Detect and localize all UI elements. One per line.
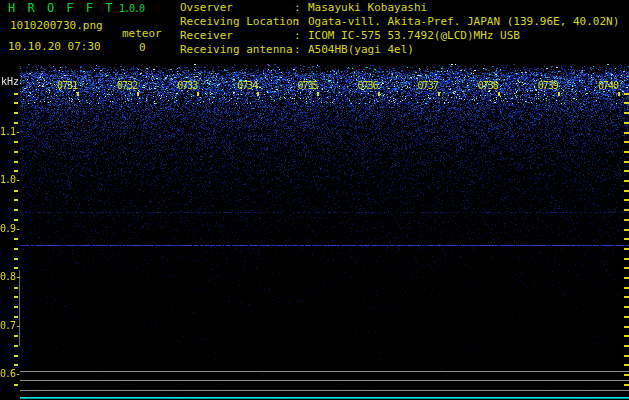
time-tick-label: 0735 <box>297 80 317 92</box>
freq-minor-tick-right <box>624 132 629 134</box>
freq-minor-tick-right <box>624 190 629 192</box>
info-separator: : <box>294 15 302 29</box>
minute-tick <box>257 92 259 96</box>
freq-minor-tick-right <box>624 384 629 386</box>
freq-tick-label: 1.0- <box>0 174 19 186</box>
spectrogram-canvas <box>20 64 629 400</box>
freq-minor-tick-left <box>14 296 18 298</box>
station-info-panel: Ovserver:Masayuki KobayashiReceiving Loc… <box>180 1 619 57</box>
freq-minor-tick-right <box>624 287 629 289</box>
freq-minor-tick-left <box>14 190 18 192</box>
freq-unit-label: kHz <box>1 76 19 87</box>
freq-minor-tick-left <box>14 316 18 318</box>
time-tick-label: 0740 <box>598 80 618 92</box>
time-tick-label: 0737 <box>418 80 438 92</box>
freq-minor-tick-right <box>624 112 629 114</box>
freq-minor-tick-left <box>14 161 18 163</box>
time-tick-label: 0738 <box>478 80 498 92</box>
minute-tick <box>378 92 380 96</box>
freq-minor-tick-left <box>14 335 18 337</box>
freq-minor-tick-left <box>14 355 18 357</box>
freq-minor-tick-left <box>14 267 18 269</box>
freq-minor-tick-left <box>14 141 18 143</box>
minute-tick <box>77 92 79 96</box>
minute-tick <box>618 92 620 96</box>
station-info-row: Ovserver:Masayuki Kobayashi <box>180 1 619 15</box>
time-tick-label: 0736 <box>358 80 378 92</box>
hrofft-window: H R O F F T 1.0.0 1010200730.png meteor … <box>0 0 629 400</box>
mode-label: meteor <box>122 27 162 40</box>
info-label: Receiving antenna <box>180 43 294 57</box>
freq-minor-tick-right <box>624 364 629 366</box>
freq-minor-tick-right <box>624 199 629 201</box>
freq-tick-label: 0.7- <box>0 320 19 332</box>
freq-minor-tick-right <box>624 93 629 95</box>
datetime-label: 10.10.20 07:30 <box>8 40 101 53</box>
minute-tick <box>137 92 139 96</box>
info-value: A504HB(yagi 4el) <box>308 43 414 57</box>
freq-minor-tick-right <box>624 151 629 153</box>
freq-minor-tick-right <box>624 209 629 211</box>
time-tick-label: 0732 <box>117 80 137 92</box>
freq-minor-tick-right <box>624 141 629 143</box>
freq-minor-tick-left <box>14 102 18 104</box>
freq-minor-tick-left <box>14 258 18 260</box>
info-separator: : <box>294 1 302 15</box>
time-tick-label: 0739 <box>538 80 558 92</box>
freq-minor-tick-left <box>14 93 18 95</box>
info-separator: : <box>294 43 302 57</box>
freq-tick-label: 0.8- <box>0 271 19 283</box>
minute-tick <box>498 92 500 96</box>
freq-tick-label: 0.6- <box>0 368 19 380</box>
freq-minor-tick-left <box>14 248 18 250</box>
freq-minor-tick-right <box>624 219 629 221</box>
freq-minor-tick-right <box>624 374 629 376</box>
freq-tick-label: 0.9- <box>0 223 19 235</box>
app-version: 1.0.0 <box>119 3 144 14</box>
freq-minor-tick-left <box>14 384 18 386</box>
info-value: Ogata-vill. Akita-Pref. JAPAN (139.96E, … <box>308 15 619 29</box>
freq-tick-label: 1.1- <box>0 126 19 138</box>
time-tick-label: 0733 <box>177 80 197 92</box>
freq-minor-tick-left <box>14 122 18 124</box>
freq-minor-tick-left <box>14 199 18 201</box>
meteor-count: 0 <box>139 41 146 54</box>
freq-minor-tick-left <box>14 151 18 153</box>
time-tick-label: 0731 <box>57 80 77 92</box>
freq-minor-tick-left <box>14 209 18 211</box>
freq-minor-tick-right <box>624 122 629 124</box>
freq-minor-tick-right <box>624 355 629 357</box>
station-info-row: Receiving Location:Ogata-vill. Akita-Pre… <box>180 15 619 29</box>
info-label: Ovserver <box>180 1 294 15</box>
freq-minor-tick-left <box>14 287 18 289</box>
info-value: ICOM IC-575 53.7492(@LCD)MHz USB <box>308 29 520 43</box>
info-label: Receiver <box>180 29 294 43</box>
freq-minor-tick-right <box>624 238 629 240</box>
station-info-row: Receiving antenna:A504HB(yagi 4el) <box>180 43 619 57</box>
freq-minor-tick-left <box>14 345 18 347</box>
freq-minor-tick-right <box>624 316 629 318</box>
freq-minor-tick-right <box>624 326 629 328</box>
freq-minor-tick-left <box>14 238 18 240</box>
freq-minor-tick-right <box>624 277 629 279</box>
freq-minor-tick-left <box>14 112 18 114</box>
minute-tick <box>558 92 560 96</box>
freq-minor-tick-right <box>624 258 629 260</box>
freq-minor-tick-right <box>624 248 629 250</box>
freq-minor-tick-right <box>624 180 629 182</box>
freq-minor-tick-right <box>624 229 629 231</box>
freq-minor-tick-right <box>624 345 629 347</box>
freq-minor-tick-right <box>624 296 629 298</box>
freq-minor-tick-right <box>624 161 629 163</box>
output-filename: 1010200730.png <box>10 19 103 32</box>
freq-minor-tick-left <box>14 170 18 172</box>
freq-minor-tick-right <box>624 102 629 104</box>
freq-minor-tick-left <box>14 219 18 221</box>
app-title: H R O F F T <box>8 1 115 15</box>
freq-minor-tick-left <box>14 364 18 366</box>
freq-minor-tick-right <box>624 335 629 337</box>
minute-tick <box>197 92 199 96</box>
station-info-row: Receiver:ICOM IC-575 53.7492(@LCD)MHz US… <box>180 29 619 43</box>
info-value: Masayuki Kobayashi <box>308 1 427 15</box>
info-separator: : <box>294 29 302 43</box>
